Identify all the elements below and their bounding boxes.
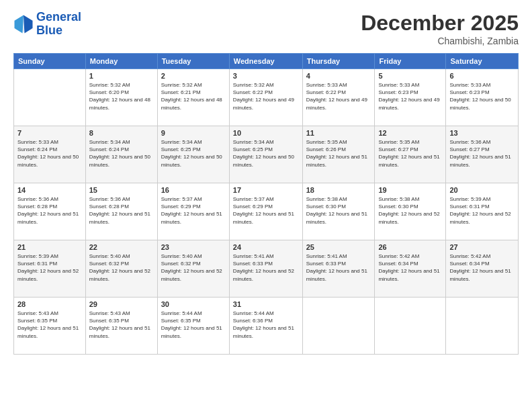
calendar-cell: 30Sunrise: 5:44 AM Sunset: 6:35 PM Dayli… <box>157 298 229 355</box>
calendar-cell: 4Sunrise: 5:33 AM Sunset: 6:22 PM Daylig… <box>302 69 375 126</box>
day-info: Sunrise: 5:44 AM Sunset: 6:36 PM Dayligh… <box>233 310 299 340</box>
day-number: 2 <box>161 72 226 80</box>
calendar-cell: 13Sunrise: 5:36 AM Sunset: 6:27 PM Dayli… <box>446 126 519 183</box>
calendar-week-row: 14Sunrise: 5:36 AM Sunset: 6:28 PM Dayli… <box>14 183 519 240</box>
day-number: 15 <box>89 186 154 194</box>
calendar-cell: 11Sunrise: 5:35 AM Sunset: 6:26 PM Dayli… <box>302 126 375 183</box>
day-number: 16 <box>161 186 226 194</box>
calendar-cell: 25Sunrise: 5:41 AM Sunset: 6:33 PM Dayli… <box>302 240 375 298</box>
day-header: Monday <box>85 54 157 69</box>
day-number: 23 <box>161 243 226 251</box>
day-number: 10 <box>233 129 299 137</box>
calendar-cell: 6Sunrise: 5:33 AM Sunset: 6:23 PM Daylig… <box>446 69 519 126</box>
calendar-cell: 17Sunrise: 5:37 AM Sunset: 6:29 PM Dayli… <box>229 183 302 240</box>
day-number: 18 <box>306 186 371 194</box>
logo-line2: Blue <box>36 24 62 37</box>
day-number: 1 <box>89 72 154 80</box>
calendar-cell: 5Sunrise: 5:33 AM Sunset: 6:23 PM Daylig… <box>375 69 446 126</box>
header-row: SundayMondayTuesdayWednesdayThursdayFrid… <box>14 54 519 69</box>
calendar-cell: 15Sunrise: 5:36 AM Sunset: 6:28 PM Dayli… <box>85 183 157 240</box>
calendar-week-row: 28Sunrise: 5:43 AM Sunset: 6:35 PM Dayli… <box>14 298 519 355</box>
calendar-cell: 23Sunrise: 5:40 AM Sunset: 6:32 PM Dayli… <box>157 240 229 298</box>
day-number: 7 <box>17 129 82 137</box>
day-number: 11 <box>306 129 371 137</box>
day-info: Sunrise: 5:32 AM Sunset: 6:22 PM Dayligh… <box>233 81 299 111</box>
day-number: 22 <box>89 243 154 251</box>
day-info: Sunrise: 5:35 AM Sunset: 6:26 PM Dayligh… <box>306 138 371 169</box>
day-number: 14 <box>17 186 82 194</box>
day-info: Sunrise: 5:43 AM Sunset: 6:35 PM Dayligh… <box>17 310 82 340</box>
day-info: Sunrise: 5:38 AM Sunset: 6:30 PM Dayligh… <box>306 195 371 226</box>
day-info: Sunrise: 5:33 AM Sunset: 6:23 PM Dayligh… <box>378 81 442 111</box>
day-info: Sunrise: 5:44 AM Sunset: 6:35 PM Dayligh… <box>161 310 226 340</box>
day-info: Sunrise: 5:33 AM Sunset: 6:23 PM Dayligh… <box>449 81 515 111</box>
calendar-cell: 21Sunrise: 5:39 AM Sunset: 6:31 PM Dayli… <box>14 240 86 298</box>
day-info: Sunrise: 5:33 AM Sunset: 6:22 PM Dayligh… <box>306 81 371 111</box>
calendar-cell: 1Sunrise: 5:32 AM Sunset: 6:20 PM Daylig… <box>85 69 157 126</box>
day-number: 13 <box>449 129 515 137</box>
logo-icon <box>13 14 34 34</box>
day-info: Sunrise: 5:37 AM Sunset: 6:29 PM Dayligh… <box>233 195 299 226</box>
logo-text: General Blue <box>36 11 81 38</box>
calendar-cell: 12Sunrise: 5:35 AM Sunset: 6:27 PM Dayli… <box>375 126 446 183</box>
logo: General Blue <box>13 11 81 38</box>
calendar-cell: 3Sunrise: 5:32 AM Sunset: 6:22 PM Daylig… <box>229 69 302 126</box>
day-number: 9 <box>161 129 226 137</box>
svg-marker-2 <box>15 15 24 33</box>
day-info: Sunrise: 5:34 AM Sunset: 6:24 PM Dayligh… <box>89 138 154 169</box>
page: General Blue December 2025 Chambishi, Za… <box>0 0 532 411</box>
day-info: Sunrise: 5:36 AM Sunset: 6:27 PM Dayligh… <box>449 138 515 169</box>
day-header: Thursday <box>302 54 375 69</box>
day-info: Sunrise: 5:39 AM Sunset: 6:31 PM Dayligh… <box>449 195 515 226</box>
calendar-cell <box>302 298 375 355</box>
calendar-cell: 27Sunrise: 5:42 AM Sunset: 6:34 PM Dayli… <box>446 240 519 298</box>
day-info: Sunrise: 5:33 AM Sunset: 6:24 PM Dayligh… <box>17 138 82 169</box>
day-info: Sunrise: 5:34 AM Sunset: 6:25 PM Dayligh… <box>233 138 299 169</box>
day-number: 29 <box>89 300 154 308</box>
day-header: Wednesday <box>229 54 302 69</box>
logo-line1: General <box>36 10 81 24</box>
day-info: Sunrise: 5:32 AM Sunset: 6:21 PM Dayligh… <box>161 81 226 111</box>
day-number: 5 <box>378 72 442 80</box>
day-number: 17 <box>233 186 299 194</box>
day-number: 25 <box>306 243 371 251</box>
calendar-table: SundayMondayTuesdayWednesdayThursdayFrid… <box>13 53 519 355</box>
location: Chambishi, Zambia <box>361 36 519 46</box>
day-header: Tuesday <box>157 54 229 69</box>
day-number: 3 <box>233 72 299 80</box>
header: General Blue December 2025 Chambishi, Za… <box>13 11 519 46</box>
svg-marker-1 <box>24 15 33 33</box>
day-header: Sunday <box>14 54 86 69</box>
calendar-cell: 20Sunrise: 5:39 AM Sunset: 6:31 PM Dayli… <box>446 183 519 240</box>
calendar-cell: 2Sunrise: 5:32 AM Sunset: 6:21 PM Daylig… <box>157 69 229 126</box>
day-info: Sunrise: 5:40 AM Sunset: 6:32 PM Dayligh… <box>89 253 154 283</box>
calendar-cell <box>375 298 446 355</box>
calendar-cell: 18Sunrise: 5:38 AM Sunset: 6:30 PM Dayli… <box>302 183 375 240</box>
day-number: 26 <box>378 243 442 251</box>
day-info: Sunrise: 5:41 AM Sunset: 6:33 PM Dayligh… <box>306 253 371 283</box>
day-info: Sunrise: 5:37 AM Sunset: 6:29 PM Dayligh… <box>161 195 226 226</box>
day-info: Sunrise: 5:34 AM Sunset: 6:25 PM Dayligh… <box>161 138 226 169</box>
calendar-week-row: 1Sunrise: 5:32 AM Sunset: 6:20 PM Daylig… <box>14 69 519 126</box>
day-number: 24 <box>233 243 299 251</box>
day-header: Friday <box>375 54 446 69</box>
title-area: December 2025 Chambishi, Zambia <box>361 11 519 46</box>
month-title: December 2025 <box>361 11 519 36</box>
calendar-cell <box>446 298 519 355</box>
calendar-cell: 28Sunrise: 5:43 AM Sunset: 6:35 PM Dayli… <box>14 298 86 355</box>
day-number: 8 <box>89 129 154 137</box>
day-info: Sunrise: 5:42 AM Sunset: 6:34 PM Dayligh… <box>378 253 442 283</box>
day-number: 20 <box>449 186 515 194</box>
day-info: Sunrise: 5:40 AM Sunset: 6:32 PM Dayligh… <box>161 253 226 283</box>
calendar-week-row: 7Sunrise: 5:33 AM Sunset: 6:24 PM Daylig… <box>14 126 519 183</box>
day-info: Sunrise: 5:39 AM Sunset: 6:31 PM Dayligh… <box>17 253 82 283</box>
calendar-cell: 31Sunrise: 5:44 AM Sunset: 6:36 PM Dayli… <box>229 298 302 355</box>
day-info: Sunrise: 5:35 AM Sunset: 6:27 PM Dayligh… <box>378 138 442 169</box>
day-number: 30 <box>161 300 226 308</box>
calendar-cell: 19Sunrise: 5:38 AM Sunset: 6:30 PM Dayli… <box>375 183 446 240</box>
day-number: 19 <box>378 186 442 194</box>
calendar-cell: 29Sunrise: 5:43 AM Sunset: 6:35 PM Dayli… <box>85 298 157 355</box>
day-number: 27 <box>449 243 515 251</box>
day-info: Sunrise: 5:32 AM Sunset: 6:20 PM Dayligh… <box>89 81 154 111</box>
calendar-cell: 16Sunrise: 5:37 AM Sunset: 6:29 PM Dayli… <box>157 183 229 240</box>
